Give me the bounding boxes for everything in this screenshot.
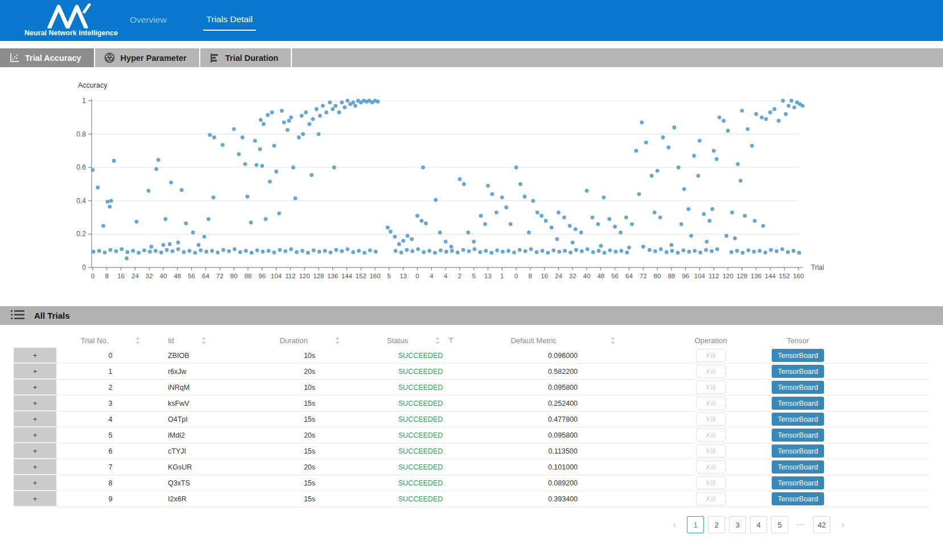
scatter-point[interactable] bbox=[486, 184, 490, 188]
scatter-point[interactable] bbox=[245, 195, 249, 199]
expand-row-button[interactable]: + bbox=[14, 427, 56, 442]
scatter-point[interactable] bbox=[715, 157, 719, 161]
scatter-point[interactable] bbox=[106, 200, 110, 204]
tensorboard-button[interactable]: TensorBoard bbox=[772, 429, 824, 442]
scatter-point[interactable] bbox=[777, 119, 781, 123]
kill-button[interactable]: Kill bbox=[696, 349, 726, 362]
scatter-point[interactable] bbox=[692, 154, 696, 158]
scatter-point[interactable] bbox=[103, 250, 107, 254]
scatter-point[interactable] bbox=[653, 211, 657, 215]
scatter-point[interactable] bbox=[669, 243, 673, 247]
scatter-point[interactable] bbox=[772, 107, 776, 111]
scatter-point[interactable] bbox=[345, 99, 349, 103]
scatter-point[interactable] bbox=[444, 250, 448, 254]
scatter-point[interactable] bbox=[479, 214, 483, 218]
scatter-point[interactable] bbox=[227, 249, 231, 253]
scatter-point[interactable] bbox=[318, 250, 322, 254]
scatter-point[interactable] bbox=[295, 250, 299, 254]
scatter-point[interactable] bbox=[249, 221, 253, 225]
scatter-point[interactable] bbox=[536, 211, 540, 215]
tensorboard-button[interactable]: TensorBoard bbox=[772, 492, 824, 505]
scatter-point[interactable] bbox=[619, 230, 623, 234]
scatter-point[interactable] bbox=[434, 198, 438, 202]
scatter-point[interactable] bbox=[277, 211, 281, 215]
scatter-point[interactable] bbox=[757, 249, 761, 253]
scatter-point[interactable] bbox=[697, 174, 701, 178]
scatter-point[interactable] bbox=[157, 158, 160, 162]
scatter-point[interactable] bbox=[677, 166, 681, 170]
scatter-point[interactable] bbox=[268, 180, 272, 184]
scatter-point[interactable] bbox=[625, 250, 629, 254]
scatter-point[interactable] bbox=[640, 121, 644, 125]
scatter-point[interactable] bbox=[315, 107, 319, 111]
expand-row-button[interactable]: + bbox=[14, 380, 56, 394]
scatter-point[interactable] bbox=[343, 105, 347, 109]
scatter-point[interactable] bbox=[101, 224, 105, 228]
scatter-point[interactable] bbox=[233, 247, 237, 251]
scatter-point[interactable] bbox=[764, 117, 768, 121]
scatter-point[interactable] bbox=[427, 249, 431, 253]
scatter-point[interactable] bbox=[221, 143, 225, 147]
scatter-point[interactable] bbox=[333, 104, 337, 108]
scatter-point[interactable] bbox=[266, 113, 270, 117]
scatter-point[interactable] bbox=[599, 244, 603, 248]
scatter-point[interactable] bbox=[786, 104, 790, 108]
scatter-point[interactable] bbox=[439, 248, 443, 252]
scatter-point[interactable] bbox=[260, 164, 264, 168]
scatter-point[interactable] bbox=[730, 250, 734, 254]
scatter-point[interactable] bbox=[781, 99, 785, 103]
scatter-point[interactable] bbox=[644, 141, 648, 145]
scatter-point[interactable] bbox=[433, 251, 437, 255]
scatter-point[interactable] bbox=[512, 250, 516, 254]
tensorboard-button[interactable]: TensorBoard bbox=[772, 413, 824, 426]
scatter-point[interactable] bbox=[340, 249, 344, 253]
scatter-point[interactable] bbox=[304, 110, 308, 114]
scatter-point[interactable] bbox=[743, 214, 747, 218]
scatter-point[interactable] bbox=[207, 217, 211, 221]
scatter-point[interactable] bbox=[394, 249, 398, 253]
scatter-point[interactable] bbox=[193, 251, 197, 255]
scatter-point[interactable] bbox=[287, 119, 291, 123]
scatter-point[interactable] bbox=[328, 101, 332, 105]
scatter-point[interactable] bbox=[563, 249, 567, 253]
scatter-point[interactable] bbox=[357, 249, 361, 253]
kill-button[interactable]: Kill bbox=[696, 476, 726, 489]
scatter-point[interactable] bbox=[724, 234, 728, 238]
scatter-point[interactable] bbox=[114, 249, 118, 253]
scatter-point[interactable] bbox=[337, 110, 341, 114]
scatter-point[interactable] bbox=[458, 177, 462, 181]
scatter-point[interactable] bbox=[682, 248, 686, 252]
scatter-point[interactable] bbox=[232, 127, 236, 131]
tab-hyper-parameter[interactable]: Hyper Parameter bbox=[95, 48, 200, 67]
scatter-point[interactable] bbox=[351, 250, 355, 254]
scatter-point[interactable] bbox=[726, 129, 730, 133]
scatter-point[interactable] bbox=[693, 249, 697, 253]
scatter-point[interactable] bbox=[389, 230, 393, 234]
scatter-point[interactable] bbox=[444, 240, 448, 244]
scatter-point[interactable] bbox=[237, 152, 241, 156]
scatter-point[interactable] bbox=[653, 249, 657, 253]
tab-trial-duration[interactable]: Trial Duration bbox=[200, 48, 292, 67]
scatter-point[interactable] bbox=[278, 248, 282, 252]
scatter-point[interactable] bbox=[483, 222, 487, 226]
tensorboard-button[interactable]: TensorBoard bbox=[772, 381, 824, 394]
scatter-point[interactable] bbox=[462, 182, 466, 186]
scatter-point[interactable] bbox=[263, 217, 267, 221]
page-button-5[interactable]: 5 bbox=[771, 516, 788, 533]
scatter-point[interactable] bbox=[747, 248, 751, 252]
scatter-point[interactable] bbox=[307, 122, 311, 126]
scatter-point[interactable] bbox=[546, 251, 550, 255]
scatter-point[interactable] bbox=[216, 250, 220, 254]
scatter-point[interactable] bbox=[289, 247, 293, 251]
tensorboard-button[interactable]: TensorBoard bbox=[772, 365, 824, 378]
scatter-point[interactable] bbox=[203, 234, 207, 238]
scatter-point[interactable] bbox=[523, 195, 527, 199]
scatter-point[interactable] bbox=[568, 224, 572, 228]
scatter-point[interactable] bbox=[374, 250, 378, 254]
scatter-point[interactable] bbox=[686, 207, 690, 211]
scatter-point[interactable] bbox=[176, 247, 180, 251]
scatter-point[interactable] bbox=[501, 250, 505, 254]
scatter-point[interactable] bbox=[300, 114, 304, 118]
scatter-point[interactable] bbox=[243, 162, 247, 166]
scatter-point[interactable] bbox=[597, 249, 601, 253]
